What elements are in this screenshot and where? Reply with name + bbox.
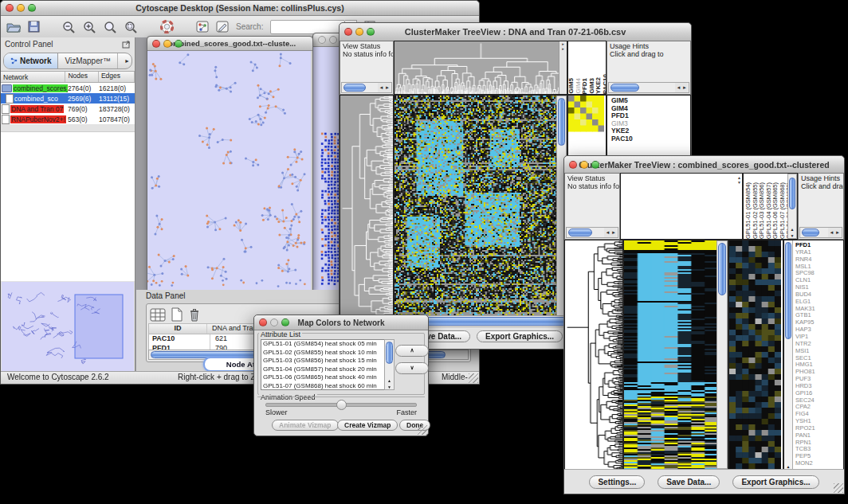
delete-attribute-icon[interactable]: [188, 307, 201, 322]
help-lifesaver-icon[interactable]: [160, 20, 174, 33]
network-canvas[interactable]: [147, 51, 311, 290]
zoom-button[interactable]: [175, 40, 183, 48]
scroll-down-arrow[interactable]: ▼: [788, 233, 796, 238]
move-down-button[interactable]: ∨: [395, 362, 429, 374]
move-up-button[interactable]: ∧: [395, 345, 429, 357]
zoom-button[interactable]: [591, 161, 599, 169]
zoom-selected-icon[interactable]: [124, 21, 138, 33]
save-icon[interactable]: [28, 21, 40, 33]
close-button[interactable]: [259, 318, 267, 326]
scroll-arrows[interactable]: ◄ ►: [675, 83, 688, 92]
zoom-button[interactable]: [28, 4, 36, 12]
attribute-list-item[interactable]: GPL51-04 (GSM857) heat shock 20 min: [261, 365, 385, 374]
animation-speed-slider[interactable]: [265, 403, 417, 407]
scroll-arrows[interactable]: ◄ ►: [378, 83, 391, 92]
export-graphics-button[interactable]: Export Graphics...: [477, 330, 563, 342]
scroll-down-arrow[interactable]: ▼: [385, 385, 394, 389]
float-panel-icon[interactable]: [122, 41, 131, 49]
attribute-list-scrollbar[interactable]: ▲ ▼: [384, 339, 395, 390]
search-label: Search:: [236, 22, 263, 31]
network-row[interactable]: DNA and Tran 07 769(0) 183728(0): [1, 104, 135, 114]
pane-splitter-arrows[interactable]: ▲▼: [737, 175, 741, 185]
search-input[interactable]: [270, 20, 345, 34]
tv2-subheatmap-pane[interactable]: [728, 240, 783, 470]
document-icon: [6, 94, 14, 104]
usage-hints-text: Click and drag to: [607, 50, 690, 58]
scroll-arrows[interactable]: ◄ ►: [604, 228, 617, 237]
attribute-list[interactable]: GPL51-01 (GSM854) heat shock 05 minGPL51…: [261, 339, 386, 390]
attribute-list-item[interactable]: GPL51-06 (GSM865) heat shock 40 min: [261, 373, 385, 382]
col-network[interactable]: Network: [1, 72, 65, 82]
zoom-button[interactable]: [281, 318, 289, 326]
dialog-titlebar[interactable]: Map Colors to Network: [254, 315, 428, 330]
resize-grip[interactable]: [418, 425, 427, 435]
resize-grip[interactable]: [834, 483, 843, 493]
main-titlebar[interactable]: Cytoscape Desktop (Session Name: collins…: [1, 1, 479, 16]
tab-overflow-arrow[interactable]: ►: [118, 53, 132, 68]
network-row[interactable]: RNAPuberNov2+! 563(0) 107847(0): [1, 114, 135, 124]
close-button[interactable]: [318, 36, 326, 44]
tv1-status-scrollbar[interactable]: ◄ ►: [341, 82, 392, 93]
dialog-buttons: Animate Vizmap Create Vizmap Done: [254, 420, 428, 432]
attribute-select-icon[interactable]: [150, 308, 166, 322]
tv2-column-dendrogram-empty[interactable]: ▲▼: [620, 173, 743, 240]
export-graphics-button[interactable]: Export Graphics...: [732, 475, 819, 489]
gene-label[interactable]: MON2: [795, 460, 843, 467]
tv2-titlebar[interactable]: ClusterMaker TreeView : combined_scores_…: [564, 156, 844, 174]
close-button[interactable]: [569, 161, 577, 169]
network-overview-icon[interactable]: [196, 21, 209, 33]
save-data-button[interactable]: Save Data...: [658, 475, 720, 489]
tv2-row-dendrogram[interactable]: [564, 240, 623, 470]
close-button[interactable]: [152, 40, 160, 48]
animate-vizmap-button[interactable]: Animate Vizmap: [272, 420, 339, 431]
zoom-button[interactable]: [367, 28, 375, 36]
settings-button[interactable]: Settings...: [589, 475, 645, 489]
tv1-row-dendrogram[interactable]: [340, 95, 394, 317]
network-row[interactable]: combined_scores_ 2764(0) 16218(0): [1, 83, 135, 93]
gene-label[interactable]: PAC10: [611, 135, 690, 143]
tv2-labels-vscrollbar[interactable]: ▲ ▼: [787, 174, 797, 239]
tv1-pane-splitter[interactable]: ▸▸: [559, 41, 567, 94]
minimize-button[interactable]: [355, 28, 363, 36]
tv2-gene-vscrollbar[interactable]: ▲: [784, 240, 793, 469]
resize-grip[interactable]: [469, 373, 478, 383]
tv1-titlebar[interactable]: ClusterMaker TreeView : DNA and Tran 07-…: [340, 23, 691, 41]
scroll-up-arrow[interactable]: ▲: [385, 378, 394, 383]
minimize-button[interactable]: [329, 36, 337, 44]
col-edges[interactable]: Edges: [99, 72, 135, 82]
tab-vizmapper[interactable]: VizMapper™: [58, 53, 118, 68]
attribute-list-item[interactable]: GPL51-01 (GSM854) heat shock 05 min: [261, 340, 385, 349]
tv2-heatmap-pane[interactable]: [623, 240, 728, 470]
close-button[interactable]: [6, 4, 14, 12]
minimize-button[interactable]: [580, 161, 588, 169]
minimize-button[interactable]: [17, 4, 25, 12]
scroll-arrows[interactable]: ◄ ►: [828, 228, 841, 237]
attribute-list-item[interactable]: GPL51-03 (GSM856) heat shock 15 min: [261, 357, 385, 365]
tab-network[interactable]: Network: [4, 53, 58, 68]
close-button[interactable]: [344, 28, 352, 36]
tv1-heatmap-pane[interactable]: [394, 95, 567, 317]
network-overview-thumbnail[interactable]: [2, 282, 134, 371]
minimize-button[interactable]: [270, 318, 278, 326]
zoom-fit-icon[interactable]: [104, 21, 117, 33]
zoom-out-icon[interactable]: [62, 21, 76, 33]
scroll-up-arrow[interactable]: ▲: [788, 227, 796, 232]
tv2-heatmap-vscrollbar[interactable]: [716, 240, 728, 469]
annotation-icon[interactable]: [216, 21, 229, 33]
zoom-in-icon[interactable]: [83, 21, 96, 33]
minimize-button[interactable]: [163, 40, 171, 48]
attribute-list-item[interactable]: GPL51-07 (GSM868) heat shock 60 min: [261, 382, 385, 391]
tv1-hints-scrollbar[interactable]: ◄ ►: [608, 82, 689, 93]
network-row-selected[interactable]: combined_sco 2569(6) 13112(15): [1, 93, 135, 104]
net1-titlebar[interactable]: combined_scores_good.txt--cluste...: [147, 37, 312, 51]
col-nodes[interactable]: Nodes: [65, 72, 99, 82]
tv1-column-dendrogram[interactable]: ▸▸: [394, 41, 567, 95]
attribute-list-item[interactable]: GPL51-02 (GSM855) heat shock 10 min: [261, 349, 385, 357]
create-vizmap-button[interactable]: Create Vizmap: [337, 420, 398, 431]
tv2-status-scrollbar[interactable]: ◄ ►: [566, 227, 618, 238]
folder-icon: [2, 84, 12, 92]
window-controls[interactable]: [6, 4, 36, 12]
open-folder-icon[interactable]: [6, 21, 21, 33]
tv2-hints-scrollbar[interactable]: ◄ ►: [799, 227, 842, 238]
new-attribute-icon[interactable]: [171, 307, 183, 322]
